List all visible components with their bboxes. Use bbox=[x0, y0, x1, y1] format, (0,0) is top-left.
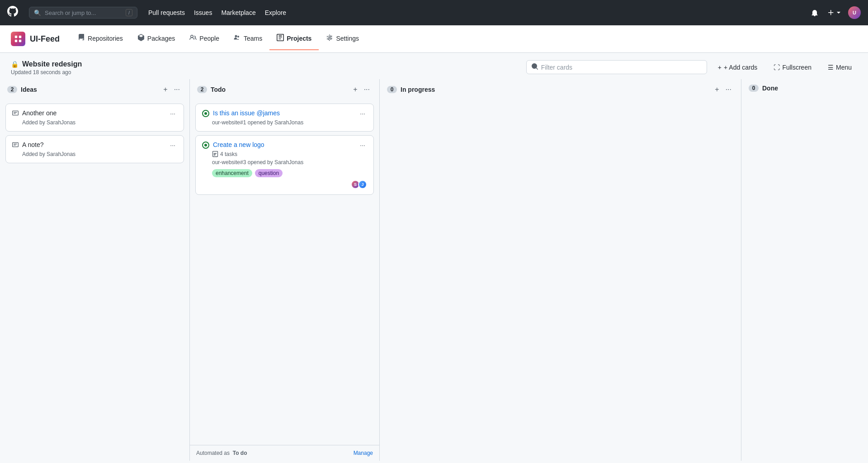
svg-rect-0 bbox=[15, 36, 17, 38]
teams-icon bbox=[234, 34, 241, 43]
in-progress-actions: + ··· bbox=[712, 85, 734, 94]
create-new-button[interactable] bbox=[826, 7, 843, 18]
menu-button[interactable]: ☰ Menu bbox=[822, 61, 857, 73]
people-icon bbox=[189, 34, 197, 43]
ideas-menu-button[interactable]: ··· bbox=[172, 85, 182, 94]
issue-open-icon-3 bbox=[202, 142, 209, 149]
card-issue-3-labels: enhancement question bbox=[202, 169, 367, 177]
todo-column-footer: Automated as To do Manage bbox=[190, 445, 379, 461]
avatar[interactable]: U bbox=[848, 6, 861, 19]
search-icon: 🔍 bbox=[34, 9, 41, 16]
ideas-actions: + ··· bbox=[161, 85, 182, 94]
org-logo bbox=[11, 32, 25, 46]
fullscreen-label: Fullscreen bbox=[782, 64, 811, 71]
org-navigation: UI-Feed Repositories Packages People Tea… bbox=[0, 25, 868, 53]
column-ideas-header: 2 Ideas + ··· bbox=[0, 79, 189, 100]
todo-add-button[interactable]: + bbox=[351, 85, 359, 94]
todo-menu-button[interactable]: ··· bbox=[362, 85, 372, 94]
card-issue-3-tasks-label: 4 tasks bbox=[220, 151, 237, 157]
done-count: 0 bbox=[749, 85, 759, 92]
add-icon: + bbox=[718, 64, 722, 71]
nav-people[interactable]: People bbox=[182, 28, 226, 50]
card-issue-3-title-row: Create a new logo bbox=[202, 141, 354, 149]
card-issue-1-title-link[interactable]: Is this an issue @james bbox=[213, 109, 280, 117]
search-input[interactable] bbox=[45, 9, 122, 16]
fullscreen-button[interactable]: ⛶ Fullscreen bbox=[768, 61, 817, 73]
done-cards bbox=[741, 97, 868, 461]
projects-icon bbox=[277, 34, 284, 43]
card-issue-1-title-row: Is this an issue @james bbox=[202, 109, 354, 117]
label-question: question bbox=[255, 169, 283, 177]
card-issue-3-footer: S J bbox=[202, 180, 367, 189]
column-ideas: 2 Ideas + ··· Another one ··· bbox=[0, 79, 190, 461]
card-another-one-meta: Added by SarahJonas bbox=[12, 119, 177, 126]
column-in-progress-header: 0 In progress + ··· bbox=[380, 79, 741, 100]
card-a-note-more-button[interactable]: ··· bbox=[168, 141, 177, 149]
orgnav-items: Repositories Packages People Teams Proje… bbox=[71, 28, 366, 50]
add-cards-button[interactable]: + + Add cards bbox=[712, 61, 763, 73]
manage-automation-link[interactable]: Manage bbox=[354, 450, 373, 456]
column-done: 0 Done bbox=[741, 79, 868, 461]
card-issue-1[interactable]: Is this an issue @james ··· our-website#… bbox=[195, 104, 374, 132]
nav-repositories[interactable]: Repositories bbox=[71, 28, 130, 50]
card-a-note[interactable]: A note? ··· Added by SarahJonas bbox=[5, 135, 184, 163]
card-a-note-title: A note? bbox=[22, 141, 44, 148]
card-issue-3-more-button[interactable]: ··· bbox=[358, 141, 367, 149]
card-a-note-meta: Added by SarahJonas bbox=[12, 151, 177, 157]
column-todo: 2 Todo + ··· Is this an issue @james ···… bbox=[190, 79, 380, 461]
in-progress-add-button[interactable]: + bbox=[712, 85, 721, 94]
pull-requests-link[interactable]: Pull requests bbox=[145, 7, 189, 18]
assignee-avatars: S J bbox=[351, 180, 367, 189]
github-logo-icon[interactable] bbox=[7, 6, 18, 19]
filter-cards-input[interactable] bbox=[541, 64, 702, 71]
project-updated: Updated 18 seconds ago bbox=[11, 69, 82, 76]
org-brand[interactable]: UI-Feed bbox=[11, 25, 60, 52]
ideas-title: Ideas bbox=[21, 86, 157, 93]
done-title: Done bbox=[762, 85, 861, 92]
column-in-progress: 0 In progress + ··· bbox=[380, 79, 741, 461]
topnav-links: Pull requests Issues Marketplace Explore bbox=[145, 7, 802, 18]
search-bar[interactable]: 🔍 / bbox=[29, 7, 137, 19]
nav-teams[interactable]: Teams bbox=[226, 28, 269, 50]
issues-link[interactable]: Issues bbox=[190, 7, 216, 18]
label-enhancement: enhancement bbox=[212, 169, 252, 177]
automated-as-label: Automated as To do bbox=[196, 450, 247, 456]
project-board: 2 Ideas + ··· Another one ··· bbox=[0, 79, 868, 461]
card-issue-1-more-button[interactable]: ··· bbox=[358, 109, 367, 118]
project-name: Website redesign bbox=[22, 60, 82, 68]
marketplace-link[interactable]: Marketplace bbox=[217, 7, 259, 18]
issue-open-icon-1 bbox=[202, 110, 209, 117]
add-cards-label: + Add cards bbox=[724, 64, 757, 71]
todo-count: 2 bbox=[197, 86, 207, 93]
project-header: 🔒 Website redesign Updated 18 seconds ag… bbox=[0, 53, 868, 79]
card-issue-3-tasks: 4 tasks bbox=[202, 151, 367, 157]
lock-icon: 🔒 bbox=[11, 61, 19, 68]
explore-link[interactable]: Explore bbox=[261, 7, 290, 18]
ideas-cards: Another one ··· Added by SarahJonas A no… bbox=[0, 100, 189, 461]
in-progress-menu-button[interactable]: ··· bbox=[723, 85, 734, 94]
card-issue-3[interactable]: Create a new logo ··· 4 tasks our-websit… bbox=[195, 135, 374, 195]
card-a-note-title-row: A note? bbox=[12, 141, 165, 149]
topnav-actions: U bbox=[809, 6, 861, 19]
nav-packages[interactable]: Packages bbox=[130, 28, 182, 50]
nav-settings[interactable]: Settings bbox=[319, 28, 366, 50]
card-issue-3-meta: our-website#3 opened by SarahJonas bbox=[202, 159, 367, 165]
card-another-one[interactable]: Another one ··· Added by SarahJonas bbox=[5, 104, 184, 132]
svg-rect-3 bbox=[19, 40, 21, 42]
card-another-one-title: Another one bbox=[22, 109, 57, 117]
package-icon bbox=[137, 34, 145, 43]
nav-projects[interactable]: Projects bbox=[269, 28, 319, 50]
card-issue-3-title-link[interactable]: Create a new logo bbox=[213, 141, 264, 148]
settings-icon bbox=[326, 34, 333, 43]
notifications-button[interactable] bbox=[809, 7, 820, 18]
search-shortcut: / bbox=[126, 9, 132, 16]
ideas-add-button[interactable]: + bbox=[161, 85, 170, 94]
card-a-note-header: A note? ··· bbox=[12, 141, 177, 149]
note-icon bbox=[12, 110, 19, 118]
filter-cards-input-wrapper[interactable] bbox=[526, 60, 707, 74]
card-another-one-more-button[interactable]: ··· bbox=[168, 109, 177, 118]
menu-label: Menu bbox=[836, 64, 852, 71]
project-title-section: 🔒 Website redesign Updated 18 seconds ag… bbox=[11, 60, 82, 76]
in-progress-count: 0 bbox=[387, 86, 397, 93]
column-done-header: 0 Done bbox=[741, 79, 868, 97]
